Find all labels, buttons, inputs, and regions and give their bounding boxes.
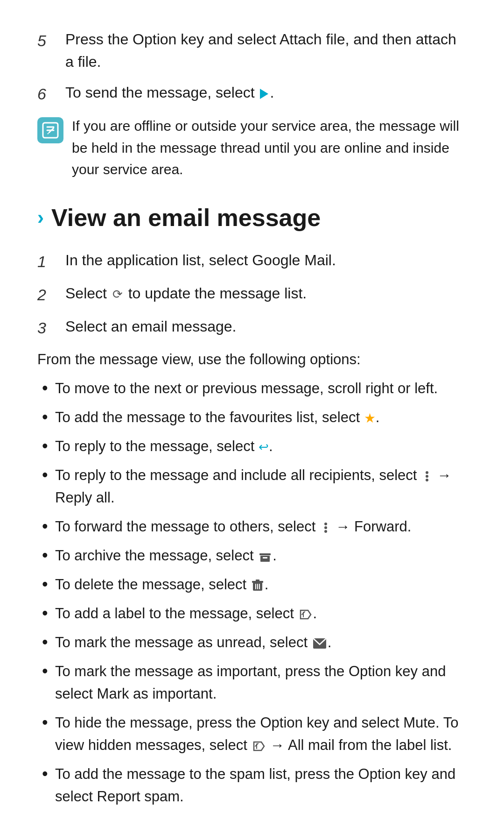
refresh-icon: ⟳ bbox=[112, 285, 123, 304]
list-item: • To mark the message as unread, select … bbox=[37, 631, 467, 654]
view-step-3: 3 Select an email message. bbox=[37, 315, 467, 340]
bullet-text: To reply to the message and include all … bbox=[55, 464, 467, 509]
label-icon-2 bbox=[252, 740, 265, 752]
trash-icon bbox=[252, 579, 264, 592]
chevron-icon: › bbox=[37, 208, 44, 227]
note-box: If you are offline or outside your servi… bbox=[37, 115, 467, 181]
archive-icon bbox=[259, 551, 272, 563]
list-item: • To hide the message, press the Option … bbox=[37, 712, 467, 756]
view-step-text-1: In the application list, select Google M… bbox=[65, 249, 467, 271]
bullet-text: To add the message to the spam list, pre… bbox=[55, 763, 467, 808]
step-text-5: Press the Option key and select Attach f… bbox=[65, 28, 467, 73]
bullet-text: To forward the message to others, select… bbox=[55, 516, 467, 538]
send-icon bbox=[260, 89, 268, 99]
star-icon: ★ bbox=[364, 408, 376, 428]
list-item: • To add the message to the spam list, p… bbox=[37, 763, 467, 808]
bullet-text: To mark the message as important, press … bbox=[55, 660, 467, 705]
list-item: • To move to the next or previous messag… bbox=[37, 377, 467, 400]
view-step-number-1: 1 bbox=[37, 249, 65, 274]
label-icon bbox=[299, 608, 312, 621]
bullet-text: To hide the message, press the Option ke… bbox=[55, 712, 467, 756]
list-item: • To delete the message, select . bbox=[37, 573, 467, 596]
bullet-text: To add a label to the message, select . bbox=[55, 602, 467, 625]
reply-icon: ↩ bbox=[259, 438, 269, 456]
list-item: • To reply to the message and include al… bbox=[37, 464, 467, 509]
step-number-6: 6 bbox=[37, 81, 65, 106]
list-item: • To forward the message to others, sele… bbox=[37, 516, 467, 538]
note-text: If you are offline or outside your servi… bbox=[72, 115, 467, 181]
bullet-text: To archive the message, select . bbox=[55, 544, 467, 567]
bullet-text: To delete the message, select . bbox=[55, 573, 467, 596]
step-number-5: 5 bbox=[37, 28, 65, 53]
svg-point-4 bbox=[426, 471, 428, 474]
section-title: View an email message bbox=[51, 199, 321, 236]
unread-icon bbox=[313, 638, 327, 649]
bullet-text: To add the message to the favourites lis… bbox=[55, 406, 467, 429]
bullet-text: To mark the message as unread, select . bbox=[55, 631, 467, 654]
options-list: • To move to the next or previous messag… bbox=[37, 377, 467, 808]
list-item: • To archive the message, select . bbox=[37, 544, 467, 567]
note-pencil-icon bbox=[41, 121, 60, 140]
svg-point-7 bbox=[324, 523, 327, 525]
section-heading: › View an email message bbox=[37, 199, 467, 236]
view-step-1: 1 In the application list, select Google… bbox=[37, 249, 467, 274]
view-step-2: 2 Select ⟳ to update the message list. bbox=[37, 282, 467, 307]
bullet-text: To reply to the message, select ↩. bbox=[55, 435, 467, 458]
menu-dots-icon bbox=[422, 470, 432, 482]
step-text-6: To send the message, select . bbox=[65, 81, 467, 104]
svg-rect-10 bbox=[259, 553, 271, 555]
list-item: • To add the message to the favourites l… bbox=[37, 406, 467, 429]
view-step-number-3: 3 bbox=[37, 315, 65, 340]
list-item: • To mark the message as important, pres… bbox=[37, 660, 467, 705]
list-item: • To reply to the message, select ↩. bbox=[37, 435, 467, 458]
svg-point-9 bbox=[324, 530, 327, 533]
step-6: 6 To send the message, select . bbox=[37, 81, 467, 106]
view-step-text-3: Select an email message. bbox=[65, 315, 467, 338]
svg-point-5 bbox=[426, 475, 428, 478]
view-step-text-2: Select ⟳ to update the message list. bbox=[65, 282, 467, 304]
step-5: 5 Press the Option key and select Attach… bbox=[37, 28, 467, 73]
view-step-number-2: 2 bbox=[37, 282, 65, 307]
svg-point-8 bbox=[324, 526, 327, 529]
list-item: • To add a label to the message, select … bbox=[37, 602, 467, 625]
menu-dots-icon-2 bbox=[321, 522, 331, 534]
svg-point-6 bbox=[426, 479, 428, 481]
bullet-text: To move to the next or previous message,… bbox=[55, 377, 467, 400]
note-icon bbox=[37, 117, 63, 143]
svg-rect-11 bbox=[260, 556, 270, 562]
svg-rect-15 bbox=[256, 580, 259, 581]
options-intro: From the message view, use the following… bbox=[37, 348, 467, 371]
svg-rect-12 bbox=[263, 557, 267, 558]
